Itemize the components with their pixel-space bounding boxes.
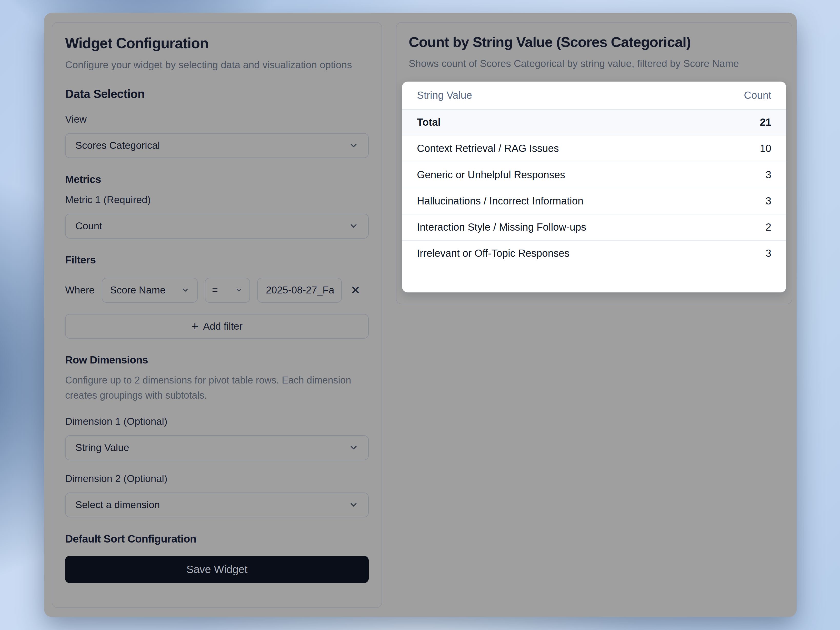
view-select[interactable]: Scores Categorical (65, 133, 369, 158)
chevron-down-icon (181, 286, 189, 294)
row-count: 3 (766, 195, 771, 207)
row-count: 2 (766, 222, 771, 233)
metric1-select-value: Count (76, 220, 102, 232)
dimension2-select-value: Select a dimension (76, 499, 160, 510)
table-row: Context Retrieval / RAG Issues 10 (402, 135, 786, 161)
chevron-down-icon (349, 500, 358, 510)
chevron-down-icon (349, 443, 358, 453)
save-widget-button[interactable]: Save Widget (65, 556, 369, 583)
metric1-select[interactable]: Count (65, 214, 369, 239)
preview-subtitle: Shows count of Scores Categorical by str… (409, 56, 780, 71)
widget-configuration-panel: Widget Configuration Configure your widg… (52, 22, 382, 608)
add-filter-label: Add filter (203, 321, 243, 332)
widget-configuration-dialog: Widget Configuration Configure your widg… (44, 13, 797, 617)
row-count: 10 (760, 142, 772, 154)
row-label: Irrelevant or Off-Topic Responses (417, 247, 570, 259)
where-label: Where (65, 285, 95, 296)
row-label: Hallucinations / Incorrect Information (417, 195, 583, 207)
table-row: Interaction Style / Missing Follow-ups 2 (402, 214, 786, 240)
remove-filter-button[interactable]: ✕ (349, 283, 362, 297)
row-dimensions-description: Configure up to 2 dimensions for pivot t… (65, 373, 369, 403)
row-count: 3 (766, 247, 771, 259)
row-label: Interaction Style / Missing Follow-ups (417, 222, 586, 233)
row-label: Context Retrieval / RAG Issues (417, 142, 559, 154)
filter-value-text: 2025-08-27_Fa (266, 285, 334, 296)
table-row: Irrelevant or Off-Topic Responses 3 (402, 240, 786, 266)
dialog-title: Widget Configuration (65, 34, 369, 52)
close-icon: ✕ (351, 283, 360, 297)
default-sort-heading: Default Sort Configuration (65, 533, 369, 545)
row-dimensions-heading: Row Dimensions (65, 354, 369, 366)
chevron-down-icon (349, 221, 358, 231)
table-row: Generic or Unhelpful Responses 3 (402, 161, 786, 188)
total-count: 21 (760, 116, 772, 128)
filters-heading: Filters (65, 254, 369, 266)
filter-field-value: Score Name (110, 285, 166, 296)
row-label: Generic or Unhelpful Responses (417, 169, 565, 180)
total-label: Total (417, 116, 441, 128)
save-widget-label: Save Widget (186, 563, 248, 575)
chevron-down-icon (349, 141, 358, 150)
filter-operator-select[interactable]: = (205, 278, 250, 303)
dimension1-select[interactable]: String Value (65, 435, 369, 460)
table-total-row: Total 21 (402, 109, 786, 135)
row-count: 3 (766, 169, 771, 180)
view-select-value: Scores Categorical (76, 140, 160, 151)
dimension2-select[interactable]: Select a dimension (65, 492, 369, 518)
plus-icon: + (191, 320, 199, 332)
widget-preview-panel: Count by String Value (Scores Categorica… (396, 22, 792, 304)
preview-title: Count by String Value (Scores Categorica… (409, 33, 780, 51)
chevron-down-icon (235, 286, 243, 294)
table-row: Hallucinations / Incorrect Information 3 (402, 188, 786, 214)
metric1-label: Metric 1 (Required) (65, 194, 369, 206)
dimension2-label: Dimension 2 (Optional) (65, 473, 369, 484)
filter-operator-value: = (212, 285, 218, 296)
data-selection-heading: Data Selection (65, 87, 369, 101)
dimension1-label: Dimension 1 (Optional) (65, 416, 369, 427)
column-header-string-value: String Value (417, 90, 472, 101)
table-header-row: String Value Count (402, 82, 786, 109)
dimension1-select-value: String Value (76, 442, 129, 453)
column-header-count: Count (744, 90, 771, 101)
filter-field-select[interactable]: Score Name (102, 278, 198, 303)
filter-value-input[interactable]: 2025-08-27_Fa (257, 278, 342, 303)
preview-table-card: String Value Count Total 21 Context Retr… (402, 82, 786, 293)
add-filter-button[interactable]: + Add filter (65, 314, 369, 339)
view-label: View (65, 114, 369, 125)
metrics-heading: Metrics (65, 173, 369, 185)
dialog-subtitle: Configure your widget by selecting data … (65, 57, 355, 73)
filter-row: Where Score Name = 2025-08-27_Fa ✕ (65, 278, 369, 303)
